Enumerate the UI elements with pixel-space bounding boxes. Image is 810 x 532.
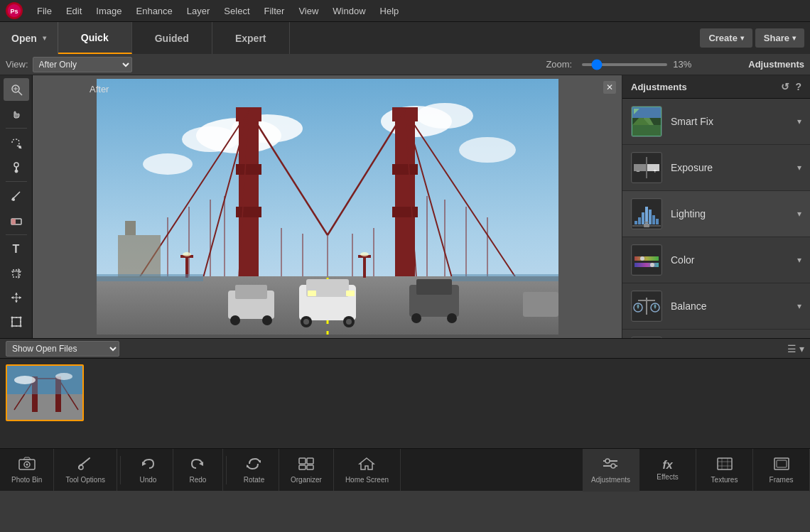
status-right-tabs: Adjustments fx Effects Textures (583, 449, 810, 492)
hand-tool[interactable] (4, 102, 29, 125)
move-tool[interactable] (4, 286, 29, 309)
svg-marker-143 (23, 457, 31, 460)
color-adj-icon (631, 244, 662, 276)
file-browser-controls: ☰ ▾ (787, 343, 804, 354)
menu-window[interactable]: Window (327, 4, 371, 18)
close-canvas-button[interactable]: ✕ (603, 81, 616, 94)
svg-rect-72 (308, 291, 316, 296)
menu-help[interactable]: Help (374, 4, 405, 18)
tab-expert[interactable]: Expert (212, 22, 290, 54)
tool-separator-1 (6, 128, 27, 129)
bottom-tab-textures[interactable]: Textures (696, 449, 753, 492)
redo-label: Redo (190, 476, 207, 484)
svg-point-77 (262, 315, 272, 325)
zoom-label: Zoom: (546, 59, 572, 70)
left-toolbar: T (0, 75, 33, 338)
brush-tool[interactable] (4, 185, 29, 207)
svg-rect-133 (7, 394, 84, 421)
svg-marker-149 (258, 460, 261, 463)
svg-text:Ps: Ps (10, 8, 18, 15)
svg-rect-18 (12, 317, 21, 326)
undo-label: Undo (140, 476, 157, 484)
status-home-screen[interactable]: Home Screen (334, 449, 401, 491)
fb-list-icon[interactable]: ☰ (787, 343, 796, 354)
adjustments-panel-title: Adjustments (748, 59, 804, 70)
svg-point-159 (611, 464, 615, 468)
quick-select-tool[interactable] (4, 131, 29, 154)
lighting-icon (631, 198, 662, 229)
right-panel: Adjustments ↺ ? S (622, 75, 810, 338)
tab-guided[interactable]: Guided (132, 22, 212, 54)
svg-point-20 (19, 317, 21, 319)
menu-file[interactable]: File (31, 4, 58, 18)
photo-bin-label: Photo Bin (11, 476, 42, 484)
menu-layer[interactable]: Layer (181, 4, 216, 18)
eyedropper-tool[interactable] (4, 156, 29, 178)
menu-enhance[interactable]: Enhance (131, 4, 178, 18)
svg-rect-160 (718, 458, 732, 469)
svg-point-141 (55, 373, 72, 380)
menu-select[interactable]: Select (218, 4, 255, 18)
bottom-adjustments-icon (602, 457, 619, 474)
svg-point-32 (416, 103, 473, 129)
bottom-tab-effects[interactable]: fx Effects (639, 449, 696, 492)
menu-filter[interactable]: Filter (259, 4, 291, 18)
thumbnail-item[interactable] (6, 364, 84, 421)
after-label: After (90, 84, 109, 94)
create-button[interactable]: Create ▾ (700, 28, 752, 48)
svg-point-76 (230, 315, 240, 325)
undo-icon (139, 457, 156, 474)
redo-icon (189, 457, 206, 474)
zoom-tool[interactable] (4, 78, 29, 101)
text-tool[interactable]: T (4, 238, 29, 261)
menu-view[interactable]: View (293, 4, 324, 18)
svg-point-140 (14, 376, 36, 384)
panel-refresh-icon[interactable]: ↺ (781, 81, 789, 92)
adj-item-lighting[interactable]: Lighting ▾ (622, 191, 810, 237)
svg-point-88 (360, 252, 369, 256)
status-rotate[interactable]: Rotate (230, 449, 279, 491)
crop-tool[interactable] (4, 262, 29, 285)
adj-item-exposure[interactable]: − + Exposure ▾ (622, 145, 810, 191)
svg-text:+: + (653, 168, 657, 175)
svg-rect-82 (523, 292, 558, 317)
svg-point-25 (11, 321, 13, 322)
smart-fix-arrow: ▾ (797, 116, 801, 126)
bottom-tab-adjustments[interactable]: Adjustments (583, 449, 639, 492)
thumbnail-image (7, 366, 82, 420)
status-undo[interactable]: Undo (124, 449, 173, 491)
adj-item-sharpen[interactable]: Sharpen ▾ (622, 330, 810, 338)
svg-point-9 (15, 170, 18, 173)
status-organizer[interactable]: Organizer (279, 449, 334, 491)
tab-quick[interactable]: Quick (58, 22, 132, 54)
eraser-tool[interactable] (4, 209, 29, 232)
lighting-arrow: ▾ (797, 209, 801, 219)
adj-item-color[interactable]: Color ▾ (622, 237, 810, 283)
panel-title: Adjustments (631, 82, 687, 92)
color-label: Color (671, 254, 797, 266)
show-open-files-dropdown[interactable]: Show Open Files All Files Recent Files (6, 341, 119, 357)
menu-image[interactable]: Image (90, 4, 127, 18)
transform-tool[interactable] (4, 310, 29, 333)
panel-help-icon[interactable]: ? (795, 81, 801, 92)
open-button[interactable]: Open ▾ (0, 22, 58, 54)
fb-expand-icon[interactable]: ▾ (799, 343, 804, 354)
file-browser-header: Show Open Files All Files Recent Files ☰… (0, 339, 810, 359)
view-dropdown[interactable]: After Only Before Only Before & After Ho… (33, 57, 132, 72)
lighting-label: Lighting (671, 208, 797, 219)
adj-item-smart-fix[interactable]: Smart Fix ▾ (622, 99, 810, 145)
zoom-slider[interactable] (582, 63, 667, 66)
bottom-textures-label: Textures (711, 476, 738, 484)
menu-edit[interactable]: Edit (60, 4, 87, 18)
svg-point-10 (12, 198, 15, 201)
home-screen-label: Home Screen (345, 476, 389, 484)
status-redo[interactable]: Redo (173, 449, 223, 491)
share-button[interactable]: Share ▾ (755, 28, 804, 48)
svg-point-71 (346, 319, 352, 325)
status-photo-bin[interactable]: Photo Bin (0, 449, 54, 491)
svg-point-81 (447, 313, 457, 323)
adj-item-balance[interactable]: Balance ▾ (622, 283, 810, 330)
svg-rect-112 (656, 219, 659, 224)
status-tool-options[interactable]: Tool Options (54, 449, 117, 491)
bottom-tab-frames[interactable]: Frames (753, 449, 810, 492)
